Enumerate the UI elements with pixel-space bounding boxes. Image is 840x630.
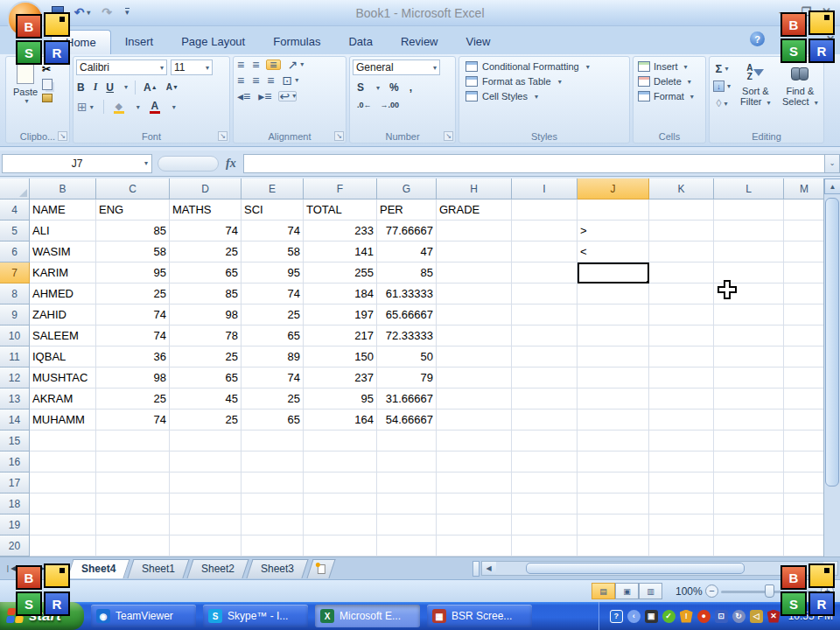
- cell-B4[interactable]: NAME: [30, 200, 96, 220]
- cell-I16[interactable]: [512, 452, 578, 472]
- cell-H19[interactable]: [437, 514, 512, 536]
- horizontal-scroll-thumb[interactable]: [526, 563, 745, 574]
- row-header-14[interactable]: 14: [0, 410, 30, 430]
- cell-H4[interactable]: GRADE: [437, 200, 512, 220]
- help-icon[interactable]: ?: [750, 32, 765, 46]
- row-header-7[interactable]: 7: [0, 262, 30, 284]
- cell-K18[interactable]: [649, 494, 714, 514]
- vertical-scrollbar[interactable]: ▲: [823, 178, 840, 556]
- cell-K5[interactable]: [649, 220, 714, 242]
- page-break-view-icon[interactable]: ▥: [639, 583, 662, 599]
- cell-I7[interactable]: [512, 262, 578, 284]
- taskbar-button-skype-i-[interactable]: SSkype™ - I...: [203, 605, 308, 627]
- insert-cells-button[interactable]: Insert▾: [638, 61, 703, 72]
- cell-M8[interactable]: [784, 284, 825, 304]
- cell-J18[interactable]: [578, 494, 649, 514]
- cell-B7[interactable]: KARIM: [30, 262, 96, 284]
- align-right-button[interactable]: ≡: [266, 75, 275, 86]
- cell-G16[interactable]: [377, 452, 437, 472]
- cell-E11[interactable]: 89: [242, 346, 304, 368]
- sheet-tab-sheet3[interactable]: Sheet3: [247, 559, 309, 578]
- increase-indent-button[interactable]: ▸≡: [257, 91, 272, 102]
- cell-K19[interactable]: [649, 514, 714, 536]
- cell-E10[interactable]: 65: [242, 326, 304, 346]
- fill-color-icon[interactable]: ◆: [113, 100, 125, 115]
- cell-K15[interactable]: [649, 430, 714, 452]
- format-painter-icon[interactable]: [42, 94, 52, 102]
- cell-E8[interactable]: 74: [242, 284, 304, 304]
- italic-button[interactable]: I: [93, 80, 99, 94]
- cell-K4[interactable]: [649, 200, 714, 220]
- cell-E6[interactable]: 58: [242, 242, 304, 262]
- cell-B18[interactable]: [30, 494, 96, 514]
- increase-decimal-button[interactable]: .0←: [356, 100, 373, 110]
- cell-E18[interactable]: [242, 494, 304, 514]
- cell-B9[interactable]: ZAHID: [30, 304, 96, 326]
- cell-I20[interactable]: [512, 536, 578, 556]
- shrink-font-button[interactable]: A▼: [165, 81, 179, 93]
- percent-button[interactable]: %: [388, 80, 400, 94]
- autosum-button[interactable]: Σ▾: [712, 61, 732, 76]
- cell-I6[interactable]: [512, 242, 578, 262]
- zoom-slider-thumb[interactable]: [765, 584, 774, 598]
- cell-G5[interactable]: 77.66667: [377, 220, 437, 242]
- row-header-17[interactable]: 17: [0, 472, 30, 494]
- cell-I19[interactable]: [512, 514, 578, 536]
- formula-bar-expand-button[interactable]: ⌄: [824, 154, 840, 173]
- cell-E7[interactable]: 95: [242, 262, 304, 284]
- align-center-button[interactable]: ≡: [251, 75, 260, 86]
- tab-scroll-splitter[interactable]: [472, 561, 480, 577]
- cell-M14[interactable]: [784, 410, 825, 430]
- cell-G18[interactable]: [377, 494, 437, 514]
- cell-K8[interactable]: [649, 284, 714, 304]
- recorder-tray-icon[interactable]: ▣: [645, 610, 658, 623]
- cell-K7[interactable]: [649, 262, 714, 284]
- cell-H10[interactable]: [437, 326, 512, 346]
- cell-M5[interactable]: [784, 220, 825, 242]
- cell-H15[interactable]: [437, 430, 512, 452]
- clear-button[interactable]: ◊▾: [712, 96, 732, 110]
- column-header-L[interactable]: L: [714, 178, 784, 200]
- cell-C13[interactable]: 25: [96, 388, 170, 410]
- cell-M7[interactable]: [784, 262, 825, 284]
- cell-I11[interactable]: [512, 346, 578, 368]
- cell-G15[interactable]: [377, 430, 437, 452]
- cell-H11[interactable]: [437, 346, 512, 368]
- find-select-button[interactable]: Find & Select ▾: [780, 60, 821, 110]
- cell-L6[interactable]: [714, 242, 784, 262]
- cell-G12[interactable]: 79: [377, 368, 437, 388]
- clipboard-dialog-launcher[interactable]: ↘: [58, 131, 67, 141]
- fill-handle[interactable]: [646, 280, 649, 284]
- cell-J14[interactable]: [578, 410, 649, 430]
- cell-B17[interactable]: [30, 472, 96, 494]
- copy-icon[interactable]: [42, 79, 52, 90]
- cell-C16[interactable]: [96, 452, 170, 472]
- cell-D17[interactable]: [170, 472, 242, 494]
- grow-font-button[interactable]: A▲: [143, 80, 158, 94]
- scroll-left-icon[interactable]: ◀: [482, 562, 496, 575]
- cell-H18[interactable]: [437, 494, 512, 514]
- scroll-up-icon[interactable]: ▲: [824, 178, 840, 194]
- cell-K16[interactable]: [649, 452, 714, 472]
- cell-M11[interactable]: [784, 346, 825, 368]
- top-align-button[interactable]: ≡: [236, 60, 245, 70]
- cell-D9[interactable]: 98: [170, 304, 242, 326]
- cell-L10[interactable]: [714, 326, 784, 346]
- cell-I10[interactable]: [512, 326, 578, 346]
- cell-H5[interactable]: [437, 220, 512, 242]
- collapse-tray-icon[interactable]: ‹: [627, 610, 640, 623]
- cell-H20[interactable]: [437, 536, 512, 556]
- cell-J7[interactable]: [578, 262, 649, 284]
- cell-L13[interactable]: [714, 388, 784, 410]
- formula-input[interactable]: [243, 154, 824, 173]
- cell-E15[interactable]: [242, 430, 304, 452]
- cell-C18[interactable]: [96, 494, 170, 514]
- decrease-indent-button[interactable]: ◂≡: [236, 91, 251, 102]
- comma-button[interactable]: ,: [409, 80, 413, 94]
- cell-D20[interactable]: [170, 536, 242, 556]
- cell-D14[interactable]: 25: [170, 410, 242, 430]
- cell-K10[interactable]: [649, 326, 714, 346]
- cell-C14[interactable]: 74: [96, 410, 170, 430]
- cell-I12[interactable]: [512, 368, 578, 388]
- cell-B13[interactable]: AKRAM: [30, 388, 96, 410]
